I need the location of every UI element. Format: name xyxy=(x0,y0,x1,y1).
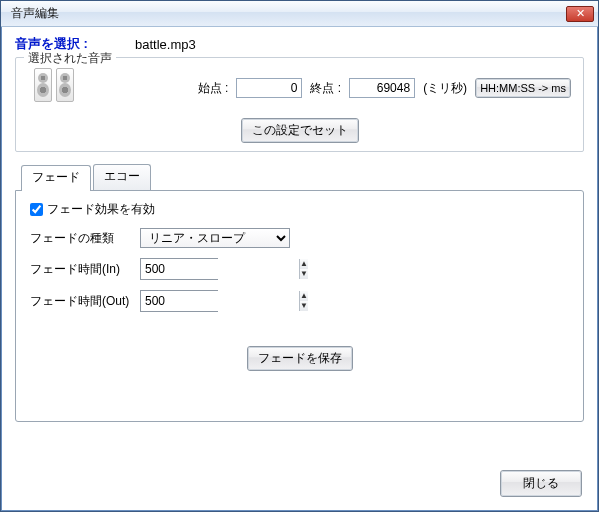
tab-fade[interactable]: フェード xyxy=(21,165,91,191)
speaker-icon xyxy=(34,68,78,108)
group-legend: 選択された音声 xyxy=(24,50,116,67)
start-input[interactable] xyxy=(236,78,302,98)
titlebar: 音声編集 ✕ xyxy=(1,1,598,27)
chevron-down-icon[interactable]: ▼ xyxy=(300,269,308,279)
dialog-footer: 閉じる xyxy=(500,470,582,497)
fade-out-input[interactable] xyxy=(141,291,299,311)
fade-enable-checkbox[interactable] xyxy=(30,203,43,216)
audio-file-name: battle.mp3 xyxy=(135,37,196,52)
fade-enable-label: フェード効果を有効 xyxy=(47,201,155,218)
chevron-down-icon[interactable]: ▼ xyxy=(300,301,308,311)
window-title: 音声編集 xyxy=(11,5,566,22)
effects-tabs: フェード エコー フェード効果を有効 フェードの種類 リニア・スロープ フェード… xyxy=(15,164,584,422)
dialog-window: 音声編集 ✕ 音声を選択 : battle.mp3 選択された音声 始点 : 終… xyxy=(0,0,599,512)
unit-label: (ミリ秒) xyxy=(423,80,467,97)
end-label: 終点 : xyxy=(310,80,341,97)
save-fade-button[interactable]: フェードを保存 xyxy=(247,346,353,371)
fade-type-select[interactable]: リニア・スロープ xyxy=(140,228,290,248)
end-input[interactable] xyxy=(349,78,415,98)
fade-in-label: フェード時間(In) xyxy=(30,261,140,278)
fade-out-label: フェード時間(Out) xyxy=(30,293,140,310)
close-button[interactable]: 閉じる xyxy=(500,470,582,497)
tab-echo[interactable]: エコー xyxy=(93,164,151,190)
fade-type-label: フェードの種類 xyxy=(30,230,140,247)
close-icon[interactable]: ✕ xyxy=(566,6,594,22)
chevron-up-icon[interactable]: ▲ xyxy=(300,291,308,301)
fade-in-input[interactable] xyxy=(141,259,299,279)
fade-out-spinner[interactable]: ▲▼ xyxy=(140,290,218,312)
chevron-up-icon[interactable]: ▲ xyxy=(300,259,308,269)
content: 音声を選択 : battle.mp3 選択された音声 始点 : 終点 : (ミリ… xyxy=(1,27,598,434)
fade-panel: フェード効果を有効 フェードの種類 リニア・スロープ フェード時間(In) ▲▼ xyxy=(15,190,584,422)
fade-in-spinner[interactable]: ▲▼ xyxy=(140,258,218,280)
apply-settings-button[interactable]: この設定でセット xyxy=(241,118,359,143)
start-label: 始点 : xyxy=(198,80,229,97)
selected-audio-group: 選択された音声 始点 : 終点 : (ミリ秒) HH:MM:SS -> ms こ… xyxy=(15,57,584,152)
hms-convert-button[interactable]: HH:MM:SS -> ms xyxy=(475,78,571,98)
